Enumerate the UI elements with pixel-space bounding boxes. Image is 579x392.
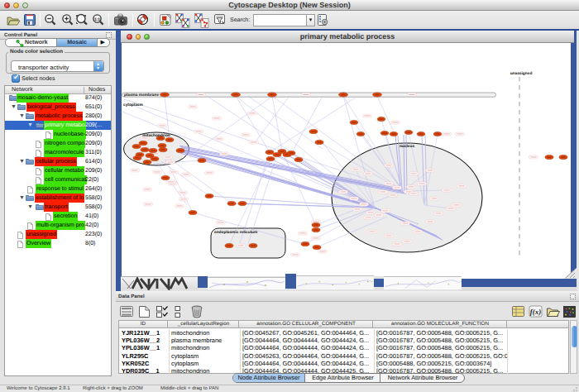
svg-text:mitochondrion: mitochondrion [142, 133, 170, 138]
svg-text:endoplasmic reticulum: endoplasmic reticulum [214, 230, 257, 235]
svg-text:unassigned: unassigned [510, 71, 533, 76]
svg-text:plasma membrane: plasma membrane [124, 93, 159, 98]
svg-text:1:1: 1:1 [94, 17, 100, 22]
svg-text:f(x): f(x) [530, 308, 542, 316]
svg-text:nucleus: nucleus [400, 144, 414, 149]
svg-text:cytoplasm: cytoplasm [123, 103, 143, 108]
